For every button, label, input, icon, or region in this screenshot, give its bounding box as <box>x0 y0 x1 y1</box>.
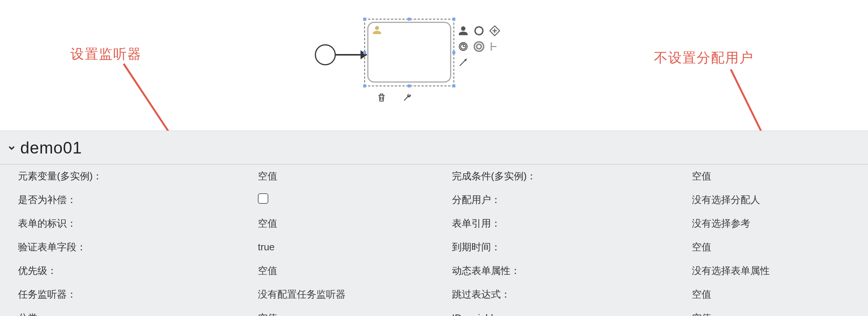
start-event-node[interactable] <box>315 44 336 65</box>
context-pad <box>456 24 501 69</box>
properties-grid: 元素变量(多实例)：空值是否为补偿：表单的标识：空值验证表单字段：true优先级… <box>0 164 868 316</box>
connect-icon[interactable] <box>456 56 470 69</box>
properties-title: demo01 <box>20 138 82 157</box>
property-value[interactable]: 空值 <box>692 288 868 301</box>
append-intermediate-event-icon[interactable] <box>456 40 470 53</box>
property-row[interactable]: 分配用户：没有选择分配人 <box>434 188 868 212</box>
property-row[interactable]: 跳过表达式：空值 <box>434 283 868 306</box>
user-task-selection <box>367 22 451 83</box>
property-value[interactable]: 空值 <box>692 170 868 183</box>
svg-point-9 <box>477 44 482 49</box>
property-value[interactable]: 空值 <box>258 170 434 183</box>
property-row[interactable]: 完成条件(多实例)：空值 <box>434 164 868 188</box>
property-label: 完成条件(多实例)： <box>452 170 692 183</box>
property-value[interactable] <box>258 193 434 206</box>
property-label: 动态表单属性： <box>452 264 692 277</box>
property-label: 表单引用： <box>452 217 692 230</box>
bpmn-canvas[interactable]: 设置监听器 不设置分配用户 <box>0 0 868 131</box>
user-icon <box>372 25 382 36</box>
property-row[interactable]: 到期时间：空值 <box>434 235 868 259</box>
property-label: 验证表单字段： <box>18 241 258 254</box>
property-label: 优先级： <box>18 264 258 277</box>
delete-icon[interactable] <box>375 91 388 104</box>
annotation-no-assign-user: 不设置分配用户 <box>654 49 754 67</box>
property-value[interactable]: 没有选择表单属性 <box>692 264 868 277</box>
append-end-event-icon[interactable] <box>472 24 486 38</box>
svg-point-8 <box>474 42 484 51</box>
property-row[interactable]: 动态表单属性：没有选择表单属性 <box>434 259 868 283</box>
property-row[interactable]: 表单的标识：空值 <box>0 212 434 235</box>
replace-element-icon[interactable] <box>472 40 486 53</box>
property-value[interactable]: 空值 <box>258 217 434 230</box>
property-label: 跳过表达式： <box>452 288 692 301</box>
properties-panel: demo01 元素变量(多实例)：空值是否为补偿：表单的标识：空值验证表单字段：… <box>0 131 868 316</box>
property-label: 任务监听器： <box>18 288 258 301</box>
property-label: 到期时间： <box>452 241 692 254</box>
bottom-pad <box>375 91 414 104</box>
property-value[interactable]: 没有选择参考 <box>692 217 868 230</box>
property-row[interactable]: 元素变量(多实例)：空值 <box>0 164 434 188</box>
is-compensation-checkbox[interactable] <box>258 193 268 204</box>
wrench-icon[interactable] <box>400 91 414 104</box>
property-row[interactable]: 是否为补偿： <box>0 188 434 212</box>
property-label: 是否为补偿： <box>18 193 258 206</box>
property-value[interactable]: 空值 <box>258 264 434 277</box>
property-row[interactable]: 分类：空值 <box>0 306 434 316</box>
properties-header[interactable]: demo01 <box>0 135 868 164</box>
property-row[interactable]: 验证表单字段：true <box>0 235 434 259</box>
property-row[interactable]: 表单引用：没有选择参考 <box>434 212 868 235</box>
append-text-annotation-icon[interactable] <box>488 40 501 53</box>
property-label: 分配用户： <box>452 193 692 206</box>
property-label: 表单的标识： <box>18 217 258 230</box>
property-value[interactable]: 没有选择分配人 <box>692 193 868 206</box>
property-value[interactable]: true <box>258 241 434 253</box>
user-task-node[interactable] <box>367 22 451 83</box>
properties-col-right: 完成条件(多实例)：空值分配用户：没有选择分配人表单引用：没有选择参考到期时间：… <box>434 164 868 316</box>
property-value[interactable]: 空值 <box>258 311 434 316</box>
property-row[interactable]: 优先级：空值 <box>0 259 434 283</box>
append-user-task-icon[interactable] <box>456 24 470 38</box>
annotation-label: 设置监听器 <box>70 46 142 62</box>
property-value[interactable]: 空值 <box>692 241 868 254</box>
properties-col-left: 元素变量(多实例)：空值是否为补偿：表单的标识：空值验证表单字段：true优先级… <box>0 164 434 316</box>
property-label: 元素变量(多实例)： <box>18 170 258 183</box>
sequence-flow[interactable] <box>336 54 367 56</box>
append-gateway-icon[interactable] <box>488 24 501 38</box>
property-value[interactable]: 空值 <box>692 311 868 316</box>
property-label: 分类： <box>18 311 258 316</box>
property-value[interactable]: 没有配置任务监听器 <box>258 288 434 301</box>
annotation-label: 不设置分配用户 <box>654 50 754 65</box>
annotation-set-listener: 设置监听器 <box>70 45 142 63</box>
property-row[interactable]: ID variable：空值 <box>434 306 868 316</box>
property-label: ID variable： <box>452 311 692 316</box>
svg-point-0 <box>475 27 483 35</box>
chevron-down-icon[interactable] <box>7 143 16 153</box>
property-row[interactable]: 任务监听器：没有配置任务监听器 <box>0 283 434 306</box>
